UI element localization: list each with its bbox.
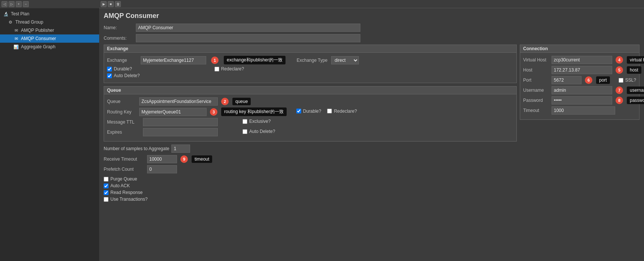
queue-redeclare-checkbox[interactable] [327, 109, 332, 113]
samples-label: Number of samples to Aggregate [104, 146, 169, 151]
expires-input[interactable] [143, 128, 218, 136]
sidebar-item-amqp-publisher[interactable]: ✉ AMQP Publisher [0, 26, 99, 34]
sidebar-item-thread-group[interactable]: ⚙ Thread Group [0, 18, 99, 26]
run-btn[interactable]: ▶ [101, 1, 107, 7]
name-label: Name: [104, 25, 134, 30]
two-col-layout: Exchange Exchange 1 exchange和publisher的一… [104, 45, 640, 203]
password-input[interactable] [552, 96, 612, 104]
port-label: Port [523, 78, 549, 83]
exchange-durable-checkbox[interactable] [107, 67, 112, 72]
name-input[interactable] [136, 24, 360, 32]
main-toolbar: ▶ ■ 🗑 [99, 0, 644, 8]
ssl-checkbox[interactable] [619, 78, 623, 83]
virtual-host-input[interactable] [552, 56, 612, 64]
purge-queue-checkbox[interactable] [104, 177, 109, 182]
samples-row: Number of samples to Aggregate [104, 145, 517, 153]
sidebar-btn-1[interactable]: ◁ [1, 1, 7, 7]
sidebar-btn-3[interactable]: + [16, 1, 22, 7]
host-row: Host 5 host [523, 66, 636, 74]
bubble-3: 3 [210, 108, 217, 116]
exchange-redeclare-checkbox[interactable] [214, 67, 219, 72]
exchange-redeclare-check: Redeclare? [214, 66, 244, 72]
exchange-label: Exchange [107, 58, 137, 63]
username-tooltip: username [627, 87, 644, 94]
sidebar-item-test-plan[interactable]: 🔬 Test Plan [0, 10, 99, 18]
queue-panel-title: Queue [104, 87, 516, 94]
password-tooltip: password [627, 97, 644, 104]
sidebar-btn-4[interactable]: − [23, 1, 29, 7]
receive-timeout-label: Receive Timeout [104, 157, 145, 162]
host-input[interactable] [552, 66, 612, 74]
exchange-checks-row: Durable? Redeclare? [107, 66, 513, 73]
prefetch-row: Prefetch Count [104, 165, 517, 173]
samples-input[interactable] [171, 145, 190, 153]
auto-ack-check: Auto ACK [104, 183, 517, 188]
queue-panel: Queue Queue 2 queue Routing Key [104, 86, 517, 142]
sidebar-item-amqp-consumer[interactable]: ✉ AMQP Consumer [0, 34, 99, 43]
queue-autodelete-check: Auto Delete? [242, 129, 275, 134]
test-plan-icon: 🔬 [3, 11, 9, 17]
use-transactions-checkbox[interactable] [104, 197, 109, 202]
exchange-autodelete-checkbox[interactable] [107, 73, 112, 78]
expires-label: Expires [107, 130, 141, 135]
use-transactions-label: Use Transactions? [110, 197, 147, 202]
sidebar-btn-2[interactable]: ▷ [9, 1, 15, 7]
exchange-panel-content: Exchange 1 exchange和publisher的一致 Exchang… [104, 53, 516, 83]
exchange-panel: Exchange Exchange 1 exchange和publisher的一… [104, 45, 517, 83]
purge-queue-label: Purge Queue [110, 176, 137, 182]
prefetch-input[interactable] [147, 165, 177, 173]
connection-timeout-input[interactable] [552, 106, 615, 115]
sidebar-tree: 🔬 Test Plan ⚙ Thread Group ✉ AMQP Publis… [0, 8, 99, 261]
sidebar-item-aggregate-graph[interactable]: 📊 Aggregate Graph [0, 43, 99, 51]
read-response-checkbox[interactable] [104, 190, 109, 195]
clear-btn[interactable]: 🗑 [115, 1, 121, 7]
host-label: Host [523, 67, 549, 73]
queue-durable-check: Durable? [296, 109, 321, 114]
routing-key-row: Routing Key 3 routing key 和publisher的一致 … [107, 107, 513, 116]
message-ttl-input[interactable] [143, 118, 218, 126]
thread-group-icon: ⚙ [7, 19, 13, 25]
comments-input[interactable] [136, 34, 360, 42]
routing-key-label: Routing Key [107, 109, 137, 115]
port-input[interactable] [552, 76, 582, 84]
virtual-host-label: Virtual Host [523, 57, 549, 63]
exchange-durable-label: Durable? [114, 66, 132, 72]
receive-timeout-input[interactable] [147, 155, 177, 163]
expires-row: Expires Auto Delete? [107, 128, 513, 136]
message-ttl-row: Message TTL Exclusive? [107, 118, 513, 126]
queue-exclusive-label: Exclusive? [249, 119, 271, 124]
port-tooltip: port [596, 76, 610, 84]
sidebar: ◁ ▷ + − 🔬 Test Plan ⚙ Thread Group ✉ AMQ… [0, 0, 99, 261]
exchange-autodelete-check: Auto Delete? [107, 73, 513, 78]
read-response-check: Read Response [104, 190, 517, 195]
comments-row: Comments: [104, 34, 640, 42]
queue-redeclare-check: Redeclare? [327, 109, 357, 114]
connection-panel: Connection Virtual Host 4 virtual host H… [520, 45, 640, 120]
username-row: Username 7 username [523, 86, 636, 94]
exchange-type-label: Exchange Type [297, 58, 328, 63]
content-area: AMQP Consumer Name: Comments: Exchange E… [99, 8, 644, 261]
prefetch-label: Prefetch Count [104, 167, 145, 172]
routing-key-input[interactable] [139, 108, 207, 116]
exchange-input[interactable] [141, 56, 206, 64]
virtual-host-row: Virtual Host 4 virtual host [523, 56, 636, 64]
comments-label: Comments: [104, 36, 134, 41]
host-tooltip: host [627, 66, 641, 74]
username-input[interactable] [552, 86, 612, 94]
queue-exclusive-checkbox[interactable] [242, 119, 247, 124]
queue-autodelete-checkbox[interactable] [242, 129, 247, 134]
exchange-type-select[interactable]: direct fanout topic headers [331, 56, 359, 64]
connection-panel-content: Virtual Host 4 virtual host Host 5 host [520, 53, 639, 119]
username-label: Username [523, 88, 549, 93]
bubble-1: 1 [211, 57, 219, 64]
stop-btn[interactable]: ■ [108, 1, 114, 7]
bubble-6: 6 [585, 76, 592, 84]
queue-durable-checkbox[interactable] [296, 109, 301, 113]
bubble-4: 4 [616, 56, 623, 64]
page-title: AMQP Consumer [104, 12, 640, 20]
auto-ack-checkbox[interactable] [104, 183, 109, 188]
main-content: ▶ ■ 🗑 AMQP Consumer Name: Comments: Exch… [99, 0, 644, 261]
queue-input[interactable] [139, 97, 218, 106]
bottom-checks: Purge Queue Auto ACK Read Response Use T… [104, 176, 517, 202]
ssl-row: SSL? [619, 78, 636, 83]
